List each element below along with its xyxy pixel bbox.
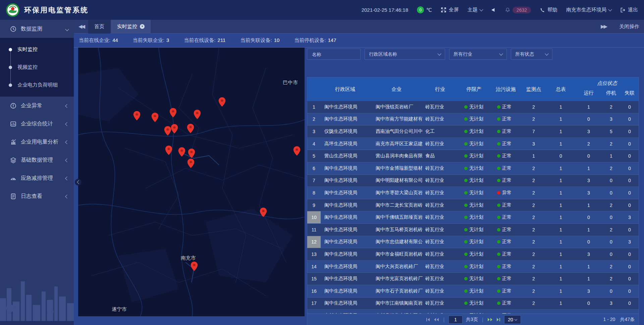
org-dropdown[interactable]: 南充市生态环境局 [566,7,611,13]
table-row[interactable]: 11阆中生态环境局阆中市五马桥页岩机砖砖瓦行业无计划正常21120 [307,224,639,236]
tab-close-icon[interactable]: × [140,24,145,29]
sidebar-item-chart[interactable]: 企业用电量分析 [0,133,74,151]
cell-run-count: 1 [575,162,602,174]
table-row[interactable]: 7阆中生态环境局阆中明阳建材有限公司砖瓦行业无计划正常21300 [307,175,639,187]
sidebar-item-label: 日志查看 [21,193,42,200]
theme-dropdown[interactable]: 主题 [468,7,483,13]
name-filter-input[interactable] [311,51,356,57]
next-page-button[interactable] [487,318,493,322]
status-summary-bar: 当前在线企业:44当前失联企业:3当前在线设备:211当前失联设备:10当前停机… [74,34,644,48]
map-pin[interactable] [133,111,141,120]
cell-company: 阆中大兴页岩机砖厂 [370,261,423,273]
table-header: 行政区域 企业 行业 停限产 治污设施 监测点 总表 点位状态 运行 停机 失联 [307,77,639,101]
mute-button[interactable] [491,7,496,12]
notification-count: 2632 [513,7,531,13]
map-pin[interactable] [293,146,301,156]
sidebar-item-stats[interactable]: 企业综合统计 [0,115,74,133]
cell-lost-count: 0 [620,187,639,199]
col-lost: 失联 [620,89,639,101]
cell-meter-count: 1 [547,113,575,125]
map-pin[interactable] [165,146,172,155]
table-row[interactable]: 15阆中生态环境局阆中市光富页岩机砖厂砖瓦行业无计划正常21120 [307,273,639,285]
col-company: 企业 [370,77,423,101]
map-pin[interactable] [191,262,198,271]
map-pin[interactable] [151,113,159,122]
cell-facility: 正常 [491,285,521,297]
cell-row-number: 5 [307,150,321,162]
table-row[interactable]: 9阆中生态环境局阆中市二龙长宝页岩砖砖瓦行业无计划正常21120 [307,199,639,212]
status-stat: 当前在线企业:44 [79,37,118,44]
table-row[interactable]: 16阆中生态环境局阆中市石子页岩机砖厂砖瓦行业无计划正常21300 [307,285,639,297]
sidebar-subitem[interactable]: 视频监控 [0,58,74,76]
map-roads [78,48,305,316]
chevron-left-icon [66,121,68,127]
col-index [307,77,321,101]
sidebar-subitem[interactable]: 实时监控 [0,41,74,58]
table-row[interactable]: 2阆中生态环境局阆中市南方节能建材有砖瓦行业无计划正常21030 [307,113,639,126]
page-number-input[interactable]: 1 [448,316,463,324]
table-row[interactable]: 12阆中生态环境局阆中市忠信建材有限公砖瓦行业无计划正常21003 [307,236,639,249]
cell-stop-count: 3 [602,113,620,125]
table-row[interactable]: 3仪陇生态环境局西南油气田分公司川中化工无计划正常71350 [307,125,639,138]
cell-stop-count: 0 [602,211,620,223]
first-page-button[interactable] [426,318,430,322]
tab-active[interactable]: 实时监控× [111,20,151,34]
clock-icon [10,25,17,32]
sidebar-subitem[interactable]: 企业电力负荷明细 [0,76,74,94]
map-collapse-button[interactable] [75,179,82,185]
sidebar-item-alert[interactable]: 企业异常 [0,97,74,115]
logout-button[interactable]: 退出 [620,7,638,13]
cell-stop-count: 0 [602,248,620,260]
cell-meter-count: 0 [547,150,575,162]
region-filter-select[interactable]: 行政区域名称 [365,49,445,60]
tabs-scroll-left-button[interactable]: ◀◀ [78,23,84,30]
map-pin[interactable] [194,110,201,119]
table-row[interactable]: 14阆中生态环境局阆中大兴页岩机砖厂砖瓦行业无计划正常21120 [307,261,639,273]
help-button[interactable]: 帮助 [540,7,557,13]
name-filter-field[interactable] [307,49,361,60]
cell-lost-count: 0 [620,261,639,273]
table-row[interactable]: 10阆中生态环境局阆中千佛镇五郎垭页岩砖瓦行业无计划正常21003 [307,211,639,224]
tab-label: 实时监控 [117,23,137,30]
fullscreen-button[interactable]: 全屏 [441,7,459,13]
cell-lost-count: 0 [620,138,639,150]
bell-icon [505,7,510,12]
notification-badge[interactable]: 2632 [505,7,531,13]
cell-region: 阆中生态环境局 [321,211,370,223]
close-operations-dropdown[interactable]: 关闭操作 [619,23,639,30]
table-row[interactable]: 5营山生态环境局营山县润丰肉食品有限食品无计划正常10010 [307,150,639,162]
table-row[interactable]: 17阆中生态环境局阆中市江南镇阆南页岩砖瓦行业无计划正常21030 [307,297,639,310]
map-pin[interactable] [260,208,267,217]
industry-filter-select[interactable]: 所有行业 [449,49,507,60]
cell-plan: 无计划 [457,273,491,285]
cell-industry: 砖瓦行业 [423,273,457,285]
cell-company: 阆中市枣碧大梁山页岩 [370,187,423,199]
table-row[interactable]: 4高坪生态环境局南充市高坪区王家店建砖瓦行业无计划正常31220 [307,138,639,150]
table-row[interactable]: 1阆中生态环境局阆中强锐页岩砖厂砖瓦行业无计划正常21120 [307,101,639,113]
map-pin[interactable] [188,149,195,158]
table-row[interactable]: 8阆中生态环境局阆中市枣碧大梁山页岩砖瓦行业无计划异常21300 [307,187,639,199]
map-pin[interactable] [187,159,195,168]
table-row[interactable]: 6阆中生态环境局阆中市金博瑞新型墙材砖瓦行业无计划正常21120 [307,162,639,175]
map-panel[interactable]: 巴中市南充市遂宁市 [78,48,305,316]
tabs-scroll-right-button[interactable]: ▶▶ [601,23,606,30]
status-filter-select[interactable]: 所有状态 [511,49,552,60]
cell-stop-count: 2 [602,261,620,273]
cell-run-count: 3 [575,248,602,260]
page-size-select[interactable]: 20 [504,315,521,324]
map-pin[interactable] [169,108,177,117]
sidebar-item-clock[interactable]: 数据监测 [0,20,74,38]
sidebar-item-gauge[interactable]: 应急减排管理 [0,169,74,187]
map-pin[interactable] [187,124,194,133]
last-page-button[interactable] [496,318,501,322]
previous-page-button[interactable] [434,318,439,322]
sidebar-item-log[interactable]: 日志查看 [0,187,74,205]
map-pin[interactable] [171,124,178,133]
map-pin[interactable] [218,97,226,107]
cell-lost-count: 0 [620,162,639,174]
pagination-bar: | 1 共3页 | 20 1 - 20 [307,314,639,325]
sidebar-item-layers[interactable]: 基础数据管理 [0,151,74,169]
table-row[interactable]: 13阆中生态环境局阆中市金福旺页岩机砖砖瓦行业无计划正常21300 [307,248,639,261]
map-pin[interactable] [178,147,185,157]
tab-item[interactable]: 首页 [88,20,110,34]
